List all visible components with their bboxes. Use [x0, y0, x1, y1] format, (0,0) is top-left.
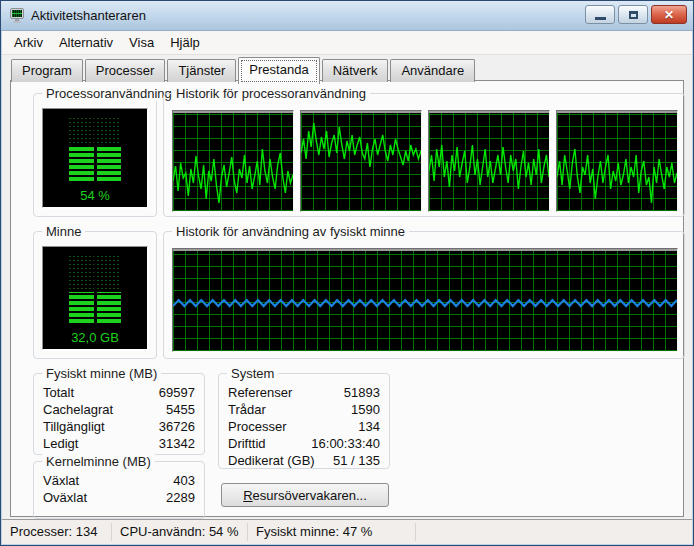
- stat-row: Processer134: [228, 418, 380, 435]
- memory-group-label: Minne: [42, 224, 85, 239]
- stat-row: Oväxlat2289: [43, 489, 195, 506]
- stat-row: Ledigt31342: [43, 435, 195, 452]
- maximize-icon: [629, 11, 638, 19]
- physical-memory-group: Fysiskt minne (MB) Totalt69597 Cachelagr…: [33, 373, 205, 455]
- stat-row: Referenser51893: [228, 384, 380, 401]
- system-group-label: System: [227, 366, 278, 381]
- stat-row: Totalt69597: [43, 384, 195, 401]
- tab-prestanda[interactable]: Prestanda: [238, 57, 319, 84]
- memory-meter: 32,0 GB: [42, 246, 148, 350]
- cpu-history-graph-4: [556, 110, 678, 212]
- cpu-history-graph-2: [300, 110, 422, 212]
- performance-tab-page: Processoranvändning 54 % Historik för pr…: [10, 80, 684, 517]
- status-bar: Processer: 134 CPU-användn: 54 % Fysiskt…: [2, 519, 692, 544]
- stat-row: Tillgängligt36726: [43, 418, 195, 435]
- cpu-history-graph-1: [172, 110, 294, 212]
- memory-history-group: Historik för användning av fysiskt minne: [163, 231, 685, 359]
- minimize-icon: [595, 17, 606, 20]
- cpu-usage-meter: 54 %: [42, 108, 148, 208]
- window-title: Aktivitetshanteraren: [31, 8, 146, 23]
- stat-row: Cachelagrat5455: [43, 401, 195, 418]
- app-icon: [9, 8, 25, 24]
- task-manager-window: Aktivitetshanteraren ✕ Arkiv Alternativ …: [0, 0, 694, 546]
- stat-row: Drifttid16:00:33:40: [228, 435, 380, 452]
- cpu-usage-group-label: Processoranvändning: [42, 86, 176, 101]
- minimize-button[interactable]: [585, 5, 615, 24]
- menu-hjalp[interactable]: Hjälp: [162, 32, 208, 53]
- tab-tjanster[interactable]: Tjänster: [167, 59, 236, 82]
- close-button[interactable]: ✕: [651, 5, 687, 24]
- menu-arkiv[interactable]: Arkiv: [6, 32, 51, 53]
- cpu-history-group-label: Historik för processoranvändning: [172, 86, 370, 101]
- menu-bar: Arkiv Alternativ Visa Hjälp: [2, 31, 692, 55]
- status-processes: Processer: 134: [2, 523, 112, 541]
- tab-strip: Program Processer Tjänster Prestanda Nät…: [11, 59, 477, 81]
- status-physical-memory: Fysiskt minne: 47 %: [248, 523, 416, 541]
- memory-history-group-label: Historik för användning av fysiskt minne: [172, 224, 409, 239]
- menu-alternativ[interactable]: Alternativ: [51, 32, 121, 53]
- stat-row: Växlat403: [43, 472, 195, 489]
- menu-visa[interactable]: Visa: [121, 32, 162, 53]
- kernel-memory-group: Kernelminne (MB) Växlat403 Oväxlat2289: [33, 461, 205, 519]
- resource-monitor-button[interactable]: Resursövervakaren...: [221, 483, 389, 507]
- cpu-usage-readout: 54 %: [43, 188, 147, 203]
- cpu-history-group: Historik för processoranvändning: [163, 93, 685, 217]
- memory-history-graph: [172, 248, 678, 352]
- tab-natverk[interactable]: Nätverk: [322, 59, 389, 82]
- maximize-button[interactable]: [618, 5, 648, 24]
- cpu-usage-group: Processoranvändning 54 %: [33, 93, 157, 217]
- tab-processer[interactable]: Processer: [85, 59, 166, 82]
- close-icon: ✕: [664, 8, 674, 22]
- cpu-history-graph-3: [428, 110, 550, 212]
- status-cpu-usage: CPU-användn: 54 %: [112, 523, 248, 541]
- tab-program[interactable]: Program: [11, 59, 83, 82]
- tab-anvandare[interactable]: Användare: [390, 59, 475, 82]
- titlebar[interactable]: Aktivitetshanteraren ✕: [1, 1, 693, 31]
- physical-memory-group-label: Fysiskt minne (MB): [42, 366, 161, 381]
- stat-row: Trådar1590: [228, 401, 380, 418]
- memory-readout: 32,0 GB: [43, 330, 147, 345]
- stat-row: Dedikerat (GB)51 / 135: [228, 452, 380, 469]
- kernel-memory-group-label: Kernelminne (MB): [42, 454, 155, 469]
- client-area: Program Processer Tjänster Prestanda Nät…: [2, 55, 692, 520]
- memory-group: Minne 32,0 GB: [33, 231, 157, 359]
- system-group: System Referenser51893 Trådar1590 Proces…: [218, 373, 390, 469]
